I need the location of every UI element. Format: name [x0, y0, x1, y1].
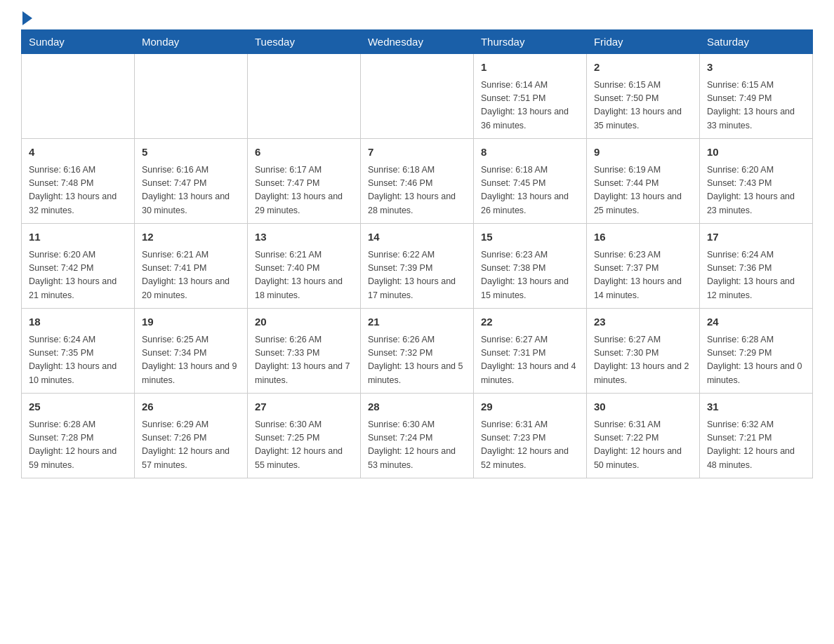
day-number: 26 — [142, 399, 240, 415]
calendar-cell — [247, 54, 360, 139]
calendar-cell: 19Sunrise: 6:25 AM Sunset: 7:34 PM Dayli… — [134, 309, 247, 394]
calendar-cell: 17Sunrise: 6:24 AM Sunset: 7:36 PM Dayli… — [699, 224, 812, 309]
calendar-cell: 25Sunrise: 6:28 AM Sunset: 7:28 PM Dayli… — [22, 394, 135, 478]
calendar-cell: 2Sunrise: 6:15 AM Sunset: 7:50 PM Daylig… — [586, 54, 699, 139]
day-info: Sunrise: 6:30 AM Sunset: 7:24 PM Dayligh… — [368, 418, 466, 473]
day-info: Sunrise: 6:15 AM Sunset: 7:50 PM Dayligh… — [594, 79, 692, 133]
day-number: 7 — [368, 145, 466, 161]
day-number: 28 — [368, 399, 466, 415]
day-info: Sunrise: 6:21 AM Sunset: 7:40 PM Dayligh… — [255, 248, 353, 303]
day-info: Sunrise: 6:27 AM Sunset: 7:31 PM Dayligh… — [481, 333, 579, 388]
weekday-header-friday: Friday — [586, 30, 699, 54]
day-info: Sunrise: 6:23 AM Sunset: 7:37 PM Dayligh… — [594, 248, 692, 303]
day-number: 4 — [29, 145, 127, 161]
weekday-header-saturday: Saturday — [699, 30, 812, 54]
day-number: 25 — [29, 399, 127, 415]
calendar-cell: 22Sunrise: 6:27 AM Sunset: 7:31 PM Dayli… — [473, 309, 586, 394]
day-info: Sunrise: 6:29 AM Sunset: 7:26 PM Dayligh… — [142, 418, 240, 473]
day-info: Sunrise: 6:28 AM Sunset: 7:29 PM Dayligh… — [707, 333, 805, 388]
day-info: Sunrise: 6:15 AM Sunset: 7:49 PM Dayligh… — [707, 79, 805, 133]
day-info: Sunrise: 6:24 AM Sunset: 7:36 PM Dayligh… — [707, 248, 805, 303]
weekday-header-sunday: Sunday — [22, 30, 135, 54]
day-info: Sunrise: 6:27 AM Sunset: 7:30 PM Dayligh… — [594, 333, 692, 388]
day-number: 22 — [481, 314, 579, 330]
day-number: 5 — [142, 145, 240, 161]
day-info: Sunrise: 6:25 AM Sunset: 7:34 PM Dayligh… — [142, 333, 240, 388]
calendar-cell: 13Sunrise: 6:21 AM Sunset: 7:40 PM Dayli… — [247, 224, 360, 309]
logo-triangle-icon — [22, 11, 32, 25]
day-info: Sunrise: 6:24 AM Sunset: 7:35 PM Dayligh… — [29, 333, 127, 388]
calendar-cell: 9Sunrise: 6:19 AM Sunset: 7:44 PM Daylig… — [586, 139, 699, 224]
calendar-cell: 21Sunrise: 6:26 AM Sunset: 7:32 PM Dayli… — [360, 309, 473, 394]
day-number: 8 — [481, 145, 579, 161]
calendar-week-row: 4Sunrise: 6:16 AM Sunset: 7:48 PM Daylig… — [22, 139, 813, 224]
day-number: 23 — [594, 314, 692, 330]
day-info: Sunrise: 6:26 AM Sunset: 7:32 PM Dayligh… — [368, 333, 466, 388]
calendar-cell — [22, 54, 135, 139]
calendar-cell: 1Sunrise: 6:14 AM Sunset: 7:51 PM Daylig… — [473, 54, 586, 139]
calendar-cell — [360, 54, 473, 139]
day-number: 3 — [707, 60, 805, 76]
calendar-cell: 7Sunrise: 6:18 AM Sunset: 7:46 PM Daylig… — [360, 139, 473, 224]
day-info: Sunrise: 6:31 AM Sunset: 7:23 PM Dayligh… — [481, 418, 579, 473]
day-info: Sunrise: 6:23 AM Sunset: 7:38 PM Dayligh… — [481, 248, 579, 303]
calendar-cell: 27Sunrise: 6:30 AM Sunset: 7:25 PM Dayli… — [247, 394, 360, 478]
calendar-cell: 11Sunrise: 6:20 AM Sunset: 7:42 PM Dayli… — [22, 224, 135, 309]
day-info: Sunrise: 6:31 AM Sunset: 7:22 PM Dayligh… — [594, 418, 692, 473]
calendar-cell: 4Sunrise: 6:16 AM Sunset: 7:48 PM Daylig… — [22, 139, 135, 224]
calendar-cell: 20Sunrise: 6:26 AM Sunset: 7:33 PM Dayli… — [247, 309, 360, 394]
day-number: 11 — [29, 229, 127, 246]
day-info: Sunrise: 6:19 AM Sunset: 7:44 PM Dayligh… — [594, 163, 692, 218]
calendar-cell: 23Sunrise: 6:27 AM Sunset: 7:30 PM Dayli… — [586, 309, 699, 394]
day-number: 14 — [368, 229, 466, 246]
calendar-cell: 24Sunrise: 6:28 AM Sunset: 7:29 PM Dayli… — [699, 309, 812, 394]
weekday-header-row: SundayMondayTuesdayWednesdayThursdayFrid… — [22, 30, 813, 54]
day-number: 21 — [368, 314, 466, 330]
day-number: 29 — [481, 399, 579, 415]
day-number: 10 — [707, 145, 805, 161]
day-number: 19 — [142, 314, 240, 330]
calendar-cell: 12Sunrise: 6:21 AM Sunset: 7:41 PM Dayli… — [134, 224, 247, 309]
day-number: 1 — [481, 60, 579, 76]
day-number: 2 — [594, 60, 692, 76]
day-number: 30 — [594, 399, 692, 415]
calendar-cell: 8Sunrise: 6:18 AM Sunset: 7:45 PM Daylig… — [473, 139, 586, 224]
calendar-cell: 6Sunrise: 6:17 AM Sunset: 7:47 PM Daylig… — [247, 139, 360, 224]
calendar-week-row: 1Sunrise: 6:14 AM Sunset: 7:51 PM Daylig… — [22, 54, 813, 139]
day-info: Sunrise: 6:20 AM Sunset: 7:43 PM Dayligh… — [707, 163, 805, 218]
calendar-cell: 3Sunrise: 6:15 AM Sunset: 7:49 PM Daylig… — [699, 54, 812, 139]
calendar-cell: 10Sunrise: 6:20 AM Sunset: 7:43 PM Dayli… — [699, 139, 812, 224]
day-number: 9 — [594, 145, 692, 161]
logo — [21, 14, 32, 25]
day-info: Sunrise: 6:18 AM Sunset: 7:45 PM Dayligh… — [481, 163, 579, 218]
day-info: Sunrise: 6:28 AM Sunset: 7:28 PM Dayligh… — [29, 418, 127, 473]
day-number: 24 — [707, 314, 805, 330]
day-info: Sunrise: 6:21 AM Sunset: 7:41 PM Dayligh… — [142, 248, 240, 303]
calendar-table: SundayMondayTuesdayWednesdayThursdayFrid… — [21, 29, 813, 478]
calendar-cell: 18Sunrise: 6:24 AM Sunset: 7:35 PM Dayli… — [22, 309, 135, 394]
calendar-week-row: 25Sunrise: 6:28 AM Sunset: 7:28 PM Dayli… — [22, 394, 813, 478]
day-number: 12 — [142, 229, 240, 246]
day-info: Sunrise: 6:17 AM Sunset: 7:47 PM Dayligh… — [255, 163, 353, 218]
day-info: Sunrise: 6:20 AM Sunset: 7:42 PM Dayligh… — [29, 248, 127, 303]
calendar-cell: 30Sunrise: 6:31 AM Sunset: 7:22 PM Dayli… — [586, 394, 699, 478]
calendar-week-row: 11Sunrise: 6:20 AM Sunset: 7:42 PM Dayli… — [22, 224, 813, 309]
day-number: 18 — [29, 314, 127, 330]
calendar-cell: 28Sunrise: 6:30 AM Sunset: 7:24 PM Dayli… — [360, 394, 473, 478]
day-number: 13 — [255, 229, 353, 246]
day-number: 16 — [594, 229, 692, 246]
calendar-cell: 15Sunrise: 6:23 AM Sunset: 7:38 PM Dayli… — [473, 224, 586, 309]
weekday-header-tuesday: Tuesday — [247, 30, 360, 54]
page-header — [21, 14, 813, 22]
calendar-cell: 14Sunrise: 6:22 AM Sunset: 7:39 PM Dayli… — [360, 224, 473, 309]
day-info: Sunrise: 6:32 AM Sunset: 7:21 PM Dayligh… — [707, 418, 805, 473]
day-number: 27 — [255, 399, 353, 415]
weekday-header-wednesday: Wednesday — [360, 30, 473, 54]
day-number: 15 — [481, 229, 579, 246]
weekday-header-monday: Monday — [134, 30, 247, 54]
day-number: 31 — [707, 399, 805, 415]
calendar-cell: 16Sunrise: 6:23 AM Sunset: 7:37 PM Dayli… — [586, 224, 699, 309]
calendar-cell: 26Sunrise: 6:29 AM Sunset: 7:26 PM Dayli… — [134, 394, 247, 478]
day-info: Sunrise: 6:14 AM Sunset: 7:51 PM Dayligh… — [481, 79, 579, 133]
calendar-cell: 5Sunrise: 6:16 AM Sunset: 7:47 PM Daylig… — [134, 139, 247, 224]
